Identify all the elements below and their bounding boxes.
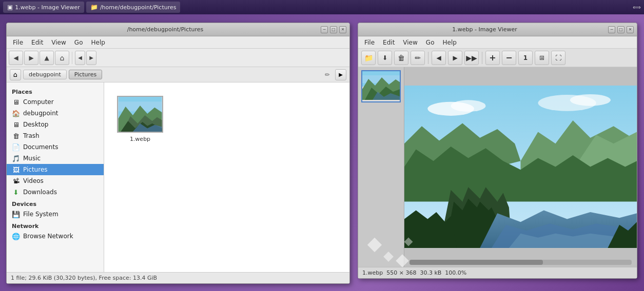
home-icon: ⌂: [60, 54, 65, 62]
iv-scrollbar-thumb[interactable]: [409, 260, 543, 265]
fm-back-button[interactable]: ◀: [9, 51, 23, 65]
nav-prev-icon: ◀: [78, 55, 82, 60]
sidebar-label-browse-network: Browse Network: [23, 233, 73, 240]
iv-menu-view[interactable]: View: [399, 38, 421, 47]
file-item-1webp[interactable]: 1.webp: [114, 93, 166, 146]
fm-window-controls: − □ ✕: [321, 26, 346, 33]
fm-crumb-pictures[interactable]: Pictures: [69, 70, 103, 79]
sidebar-item-browse-network[interactable]: 🌐 Browse Network: [7, 231, 104, 242]
trash-icon: 🗑: [12, 132, 20, 140]
fm-menu-view[interactable]: View: [47, 38, 70, 47]
downloads-icon: ⬇: [12, 188, 20, 196]
fm-main-area: Places 🖥 Computer 🏠 debugpoint 🖥 Desktop…: [7, 82, 349, 272]
sidebar-label-documents: Documents: [23, 143, 58, 151]
fm-titlebar: /home/debugpoint/Pictures − □ ✕: [7, 23, 349, 36]
fm-location-nav-button[interactable]: ▶: [335, 69, 346, 80]
fm-location-home-button[interactable]: ⌂: [10, 69, 21, 80]
pencil-icon: ✏: [325, 71, 330, 78]
iv-play-icon: ▶: [453, 54, 457, 61]
iv-zoom-out-button[interactable]: −: [502, 51, 516, 65]
iv-maximize-button[interactable]: □: [617, 26, 625, 33]
iv-thumb-svg: [362, 71, 400, 100]
taskbar-item-viewer[interactable]: ▣ 1.webp - Image Viewer: [3, 2, 84, 13]
sidebar-label-filesystem: File System: [23, 211, 58, 218]
fm-location-edit-button[interactable]: ✏: [322, 69, 333, 80]
fm-home-button[interactable]: ⌂: [55, 51, 69, 65]
sidebar-item-music[interactable]: 🎵 Music: [7, 153, 104, 164]
iv-main-area: [358, 67, 637, 267]
iv-fullscreen-button[interactable]: ⛶: [551, 51, 565, 65]
iv-separator-1: [428, 52, 428, 64]
iv-play-button[interactable]: ▶: [448, 51, 462, 65]
fm-statusbar: 1 file; 29.6 KiB (30,320 bytes), Free sp…: [7, 272, 349, 283]
iv-window-controls: − □ ✕: [608, 26, 634, 33]
fm-menu-go[interactable]: Go: [70, 38, 87, 47]
iv-open-button[interactable]: 📁: [361, 51, 376, 65]
iv-prev-button[interactable]: ◀: [432, 51, 446, 65]
fm-window-title: /home/debugpoint/Pictures: [10, 26, 321, 33]
sidebar-item-computer[interactable]: 🖥 Computer: [7, 96, 104, 108]
sidebar-item-filesystem[interactable]: 💾 File System: [7, 209, 104, 220]
fm-locationbar: ⌂ debugpoint Pictures ✏ ▶: [7, 67, 349, 82]
delete-icon: 🗑: [398, 54, 405, 62]
fm-menu-help[interactable]: Help: [87, 38, 109, 47]
fm-minimize-button[interactable]: −: [321, 26, 328, 33]
fm-toolbar: ◀ ▶ ▲ ⌂ ◀ ▶: [7, 49, 349, 67]
iv-zoom-level: 100.0%: [445, 269, 466, 276]
iv-thumbnail-item[interactable]: [361, 70, 401, 102]
iv-menu-go[interactable]: Go: [422, 38, 439, 47]
taskbar-right: ⟺: [633, 4, 641, 11]
iv-zoom-in-button[interactable]: +: [485, 51, 500, 65]
sidebar-item-debugpoint[interactable]: 🏠 debugpoint: [7, 108, 104, 119]
iv-titlebar: 1.webp - Image Viewer − □ ✕: [358, 23, 637, 36]
iv-dimensions: 550 × 368: [386, 269, 416, 276]
sidebar-item-pictures[interactable]: 🖼 Pictures: [7, 164, 104, 175]
back-icon: ◀: [13, 54, 18, 61]
fm-nav-next-button[interactable]: ▶: [86, 51, 96, 65]
open-folder-icon: 📁: [364, 54, 373, 62]
iv-save-button[interactable]: ⬇: [378, 51, 392, 65]
iv-minimize-button[interactable]: −: [608, 26, 615, 33]
location-home-icon: ⌂: [13, 71, 17, 78]
pictures-icon: 🖼: [12, 165, 20, 174]
svg-point-13: [451, 100, 486, 112]
fm-forward-button[interactable]: ▶: [24, 51, 38, 65]
sidebar-label-trash: Trash: [23, 132, 40, 139]
fm-menu-file[interactable]: File: [9, 38, 27, 47]
sidebar-section-devices: Devices: [7, 198, 104, 209]
sidebar-item-videos[interactable]: 📽 Videos: [7, 175, 104, 186]
iv-statusbar: 1.webp 550 × 368 30.3 kB 100.0%: [358, 267, 637, 278]
taskbar-item-fm[interactable]: 📁 /home/debugpoint/Pictures: [86, 2, 181, 13]
iv-zoom-normal-button[interactable]: 1: [518, 51, 533, 65]
fm-crumb-debugpoint[interactable]: debugpoint: [23, 70, 67, 79]
iv-main-svg: [404, 86, 637, 248]
fm-menu-edit[interactable]: Edit: [27, 38, 47, 47]
resize-icon: ⟺: [633, 4, 641, 11]
fm-maximize-button[interactable]: □: [330, 26, 337, 33]
sidebar-item-trash[interactable]: 🗑 Trash: [7, 130, 104, 141]
nav-next-icon: ▶: [89, 55, 93, 60]
sidebar-item-downloads[interactable]: ⬇ Downloads: [7, 186, 104, 198]
iv-menu-help[interactable]: Help: [438, 38, 460, 47]
iv-edit-button[interactable]: ✏: [411, 51, 425, 65]
iv-next-button[interactable]: ▶▶: [464, 51, 479, 65]
computer-icon: 🖥: [12, 98, 20, 106]
iv-image-display: [404, 67, 637, 267]
iv-menu-edit[interactable]: Edit: [379, 38, 399, 47]
zoom-normal-icon: 1: [523, 54, 528, 61]
home-folder-icon: 🏠: [12, 109, 20, 117]
save-icon: ⬇: [382, 54, 387, 61]
iv-thumbnail-strip: [358, 67, 404, 267]
sidebar-item-desktop[interactable]: 🖥 Desktop: [7, 119, 104, 130]
fm-nav-prev-button[interactable]: ◀: [75, 51, 85, 65]
iv-menu-file[interactable]: File: [360, 38, 379, 47]
iv-delete-button[interactable]: 🗑: [394, 51, 408, 65]
iv-status-separator-2: [416, 269, 420, 276]
fm-up-button[interactable]: ▲: [40, 51, 54, 65]
fm-close-button[interactable]: ✕: [339, 26, 346, 33]
iv-close-button[interactable]: ✕: [627, 26, 634, 33]
iv-prev-icon: ◀: [436, 54, 441, 61]
iv-zoom-fit-button[interactable]: ⊞: [535, 51, 549, 65]
sidebar-item-documents[interactable]: 📄 Documents: [7, 141, 104, 153]
iv-horizontal-scrollbar[interactable]: [409, 260, 632, 265]
